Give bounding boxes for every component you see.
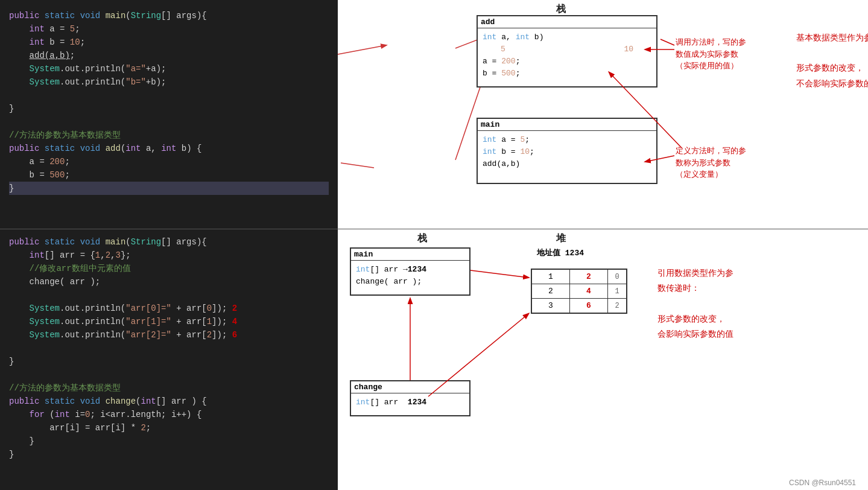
- code-line-9: a = 200;: [9, 155, 329, 168]
- heap-row-1: 2 4 1: [532, 284, 626, 299]
- b-code-11: arr[i] = arr[i] * 2;: [9, 421, 329, 434]
- top-main-frame-content: int a = 5; int b = 10; add(a,b): [478, 131, 656, 173]
- top-stack-title: 栈: [501, 3, 621, 16]
- bottom-change-content: int[] arr 1234: [351, 393, 469, 412]
- top-main-frame: main int a = 5; int b = 10; add(a,b): [477, 118, 657, 184]
- main-b-line: int b = 10;: [483, 146, 651, 158]
- top-add-frame: add int a, int b) 510 a = 200; b = 500;: [477, 15, 657, 88]
- bottom-code-panel: public static void main(String[] args){ …: [0, 229, 338, 490]
- code-line-6: System.out.println("b="+b);: [9, 75, 329, 89]
- bottom-change-arr-line: int[] arr 1234: [356, 396, 464, 409]
- code-line-blank2: [9, 115, 329, 129]
- bottom-main-change-line: change( arr );: [356, 276, 464, 288]
- top-annotation-define: 定义方法时，写的参数称为形式参数（定义变量）: [676, 145, 772, 180]
- bottom-main-arr-line: int[] arr →1234: [356, 264, 464, 276]
- footer: CSDN @Rsun04551: [789, 479, 856, 487]
- b-code-5: System.out.println("arr[0]=" + arr[0]); …: [9, 302, 329, 315]
- top-code-panel: public static void main(String[] args){ …: [0, 0, 338, 229]
- top-add-frame-content: int a, int b) 510 a = 200; b = 500;: [478, 28, 656, 83]
- b-code-comment: //方法的参数为基本数据类型: [9, 381, 329, 395]
- bottom-main-title: main: [351, 249, 469, 261]
- top-right-annotation: 基本数据类型作为参数传递时 形式参数的改变， 不会影响实际参数的值: [796, 30, 868, 91]
- code-line-blank1: [9, 89, 329, 102]
- heap-cell-1-idx: 1: [608, 284, 626, 298]
- code-line-11: }: [9, 182, 329, 195]
- heap-cell-0-idx: 0: [608, 270, 626, 284]
- bottom-section: public static void main(String[] args){ …: [0, 229, 868, 490]
- code-line-10: b = 500;: [9, 168, 329, 182]
- svg-line-8: [470, 270, 528, 278]
- bottom-main-frame: main int[] arr →1234 change( arr );: [350, 247, 470, 296]
- bottom-main-content: int[] arr →1234 change( arr );: [351, 261, 469, 291]
- heap-cell-1-new: 4: [570, 284, 608, 298]
- code-line-8: public static void add(int a, int b) {: [9, 142, 329, 155]
- code-line-3: int b = 10;: [9, 36, 329, 49]
- b-code-blank2: [9, 342, 329, 355]
- heap-cell-0-orig: 1: [532, 270, 570, 284]
- b-code-blank3: [9, 368, 329, 381]
- heap-cell-2-orig: 3: [532, 299, 570, 313]
- heap-cell-2-new: 6: [570, 299, 608, 313]
- b-code-6: System.out.println("arr[1]=" + arr[1]); …: [9, 315, 329, 328]
- top-add-frame-title: add: [478, 16, 656, 28]
- code-line-comment1: //方法的参数为基本数据类型: [9, 129, 329, 142]
- b-code-1: public static void main(String[] args){: [9, 235, 329, 249]
- code-line-2: int a = 5;: [9, 22, 329, 36]
- code-line-7: }: [9, 102, 329, 115]
- top-annotation-call: 调用方法时，写的参数值成为实际参数（实际使用的值）: [676, 36, 772, 72]
- b-code-8: }: [9, 355, 329, 368]
- svg-line-5: [661, 39, 674, 45]
- bottom-change-frame: change int[] arr 1234: [350, 380, 470, 416]
- b-code-9: public static void change(int[] arr ) {: [9, 395, 329, 408]
- heap-row-2: 3 6 2: [532, 299, 626, 313]
- code-line-4: add(a,b);: [9, 49, 329, 62]
- add-a-assign: a = 200;: [483, 56, 651, 68]
- top-main-frame-title: main: [478, 119, 656, 131]
- b-code-4: change( arr );: [9, 275, 329, 288]
- code-line-5: System.out.println("a="+a);: [9, 62, 329, 75]
- b-code-7: System.out.println("arr[2]=" + arr[2]); …: [9, 328, 329, 342]
- heap-array: 1 2 0 2 4 1 3 6 2: [531, 269, 627, 314]
- top-diagram-area: 栈 add int a, int b) 510 a = 200; b = 500…: [338, 0, 868, 229]
- heap-cell-0-new: 2: [570, 270, 608, 284]
- bottom-change-title: change: [351, 381, 469, 393]
- b-code-3: //修改arr数组中元素的值: [9, 262, 329, 275]
- code-line-1: public static void main(String[] args){: [9, 9, 329, 22]
- b-code-blank1: [9, 288, 329, 302]
- add-values-line: 510: [483, 43, 651, 56]
- heap-addr-label: 地址值 1234: [537, 247, 584, 258]
- add-b-assign: b = 500;: [483, 68, 651, 80]
- top-section: public static void main(String[] args){ …: [0, 0, 868, 229]
- page-container: public static void main(String[] args){ …: [0, 0, 868, 490]
- bottom-stack-title: 栈: [374, 232, 470, 245]
- heap-row-0: 1 2 0: [532, 270, 626, 284]
- main-add-call: add(a,b): [483, 158, 651, 170]
- bottom-right-annotation: 引用数据类型作为参数传递时： 形式参数的改变， 会影响实际参数的值: [657, 266, 778, 342]
- add-param-line: int a, int b): [483, 31, 651, 43]
- svg-line-0: [338, 45, 386, 54]
- bottom-diagram-area: 栈 堆 main int[] arr →1234 change( arr ); …: [338, 229, 868, 490]
- svg-line-2: [341, 163, 374, 168]
- b-code-13: }: [9, 448, 329, 461]
- b-code-10: for (int i=0; i<arr.length; i++) {: [9, 408, 329, 421]
- bottom-heap-title: 堆: [513, 232, 609, 245]
- b-code-2: int[] arr = {1,2,3};: [9, 249, 329, 262]
- b-code-12: }: [9, 434, 329, 448]
- main-a-line: int a = 5;: [483, 134, 651, 146]
- heap-cell-1-orig: 2: [532, 284, 570, 298]
- heap-cell-2-idx: 2: [608, 299, 626, 313]
